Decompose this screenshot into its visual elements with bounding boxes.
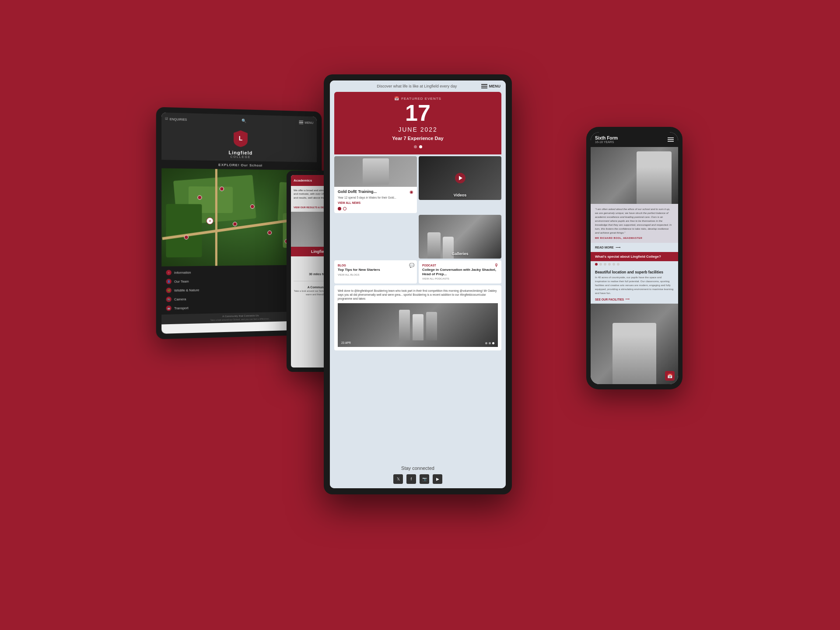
featured-month-year: JUNE 2022 (340, 126, 495, 133)
social-dots (485, 342, 494, 344)
pdot-4[interactable] (608, 263, 611, 266)
leaf-icon: 🌿 (166, 288, 172, 293)
social-date: 23 APR (341, 341, 351, 344)
pdot-5[interactable] (612, 263, 615, 266)
map-pin-active[interactable] (206, 217, 214, 224)
map-pin-5[interactable] (184, 235, 189, 239)
pdot-1-active[interactable] (595, 263, 598, 266)
blog-card[interactable]: BLOG Top Tips for New Starters VIEW ALL … (334, 260, 417, 284)
facilities-section: Beautiful location and superb facilities… (591, 267, 678, 304)
map-pin-1[interactable] (197, 195, 202, 200)
social-post-image: 23 APR (338, 303, 498, 347)
stay-connected-section: Stay connected 𝕏 f 📷 ▶ (330, 461, 506, 488)
enquiries-link[interactable]: ☑ ENQUIRIES (165, 117, 187, 121)
dot-1[interactable] (414, 145, 417, 148)
menu-button[interactable]: MENU (299, 120, 313, 124)
sdot-2[interactable] (489, 342, 491, 344)
instagram-social-icon[interactable]: 📷 (420, 474, 429, 484)
cards-grid: Gold DofE Training... ◉ Year 12 spend 5 … (334, 156, 501, 259)
social-icons-row: 𝕏 f 📷 ▶ (334, 474, 501, 484)
search-icon[interactable]: 🔍 (242, 119, 246, 123)
map-pin-2[interactable] (220, 187, 224, 191)
checkbox-icon: ☑ (165, 117, 168, 121)
carousel-dots (591, 261, 678, 267)
rss-icon: ◉ (410, 189, 413, 194)
gold-doe-image (334, 156, 417, 187)
see-facilities-link[interactable]: SEE OUR FACILITIES ⟶ (595, 298, 674, 301)
scene: ☑ ENQUIRIES 🔍 MENU L (158, 74, 682, 556)
pdot-6[interactable] (617, 263, 620, 266)
social-post-section: Well done to @lingfieldsport Bouldering … (334, 285, 501, 350)
facebook-social-icon[interactable]: f (406, 474, 416, 484)
calendar-icon: 📅 (394, 96, 399, 101)
read-more-link[interactable]: READ MORE (595, 246, 614, 249)
featured-events-section: 📅 FEATURED EVENTS 17 JUNE 2022 Year 7 Ex… (334, 92, 501, 154)
lingfield-logo: L (234, 130, 248, 147)
main-menu-button[interactable]: MENU (481, 84, 501, 88)
videos-label: Videos (419, 193, 501, 197)
blog-podcast-section: BLOG Top Tips for New Starters VIEW ALL … (334, 260, 501, 284)
map-pin-4[interactable] (233, 222, 237, 226)
pdot-2[interactable] (599, 263, 602, 266)
read-more-section: READ MORE ⟶ (591, 243, 678, 252)
arrow-right-icon: ⟶ (616, 245, 620, 249)
featured-dots (340, 145, 495, 148)
chat-icon: 💬 (409, 263, 414, 268)
svg-text:L: L (239, 135, 243, 142)
play-button[interactable] (455, 173, 466, 183)
phone-screen: Sixth Form 16-18 YEARS "I am often asked… (591, 132, 678, 384)
podcast-card[interactable]: PODCAST College in Conversation with Jac… (419, 260, 501, 284)
galleries-card[interactable]: Galleries (419, 215, 501, 259)
transport-icon: 🚌 (166, 305, 172, 311)
view-all-news-link[interactable]: VIEW ALL NEWS (334, 201, 417, 207)
hamburger-icon (299, 120, 304, 124)
what-special-section: What's special about Lingfield College? (591, 252, 678, 261)
arrow-right-facilities-icon: ⟶ (625, 298, 630, 301)
news-dots (334, 207, 417, 213)
headmaster-quote: "I am often asked about the ethos of our… (591, 204, 678, 243)
tablet-main-screen: Discover what life is like at Lingfield … (330, 80, 506, 488)
team-icon: 👤 (166, 279, 172, 284)
sdot-1[interactable] (485, 342, 487, 344)
tablet-main: Discover what life is like at Lingfield … (324, 74, 512, 494)
pdot-3[interactable] (604, 263, 606, 266)
discover-text: Discover what life is like at Lingfield … (353, 84, 481, 88)
phone-menu-icon[interactable] (668, 137, 674, 142)
stay-connected-title: Stay connected (334, 466, 501, 471)
fab-calendar[interactable]: 📅 (665, 371, 675, 381)
galleries-label: Galleries (419, 252, 501, 256)
play-icon (459, 176, 462, 180)
phone-bottom-image: 📅 (591, 304, 678, 384)
twitter-social-icon[interactable]: 𝕏 (393, 474, 403, 484)
logo-area: L Lingfield COLLEGE (161, 125, 317, 162)
youtube-social-icon[interactable]: ▶ (433, 474, 442, 484)
phone-right: Sixth Form 16-18 YEARS "I am often asked… (586, 127, 682, 389)
hamburger-icon (481, 84, 487, 88)
gold-doe-card[interactable]: Gold DofE Training... ◉ Year 12 spend 5 … (334, 156, 417, 213)
featured-event-name: Year 7 Experience Day (340, 136, 495, 141)
phone-header: Sixth Form 16-18 YEARS (591, 132, 678, 147)
camera-icon: 📷 (166, 297, 172, 302)
info-icon: i (166, 270, 172, 275)
sixth-form-hero (591, 147, 678, 204)
featured-date: 17 (340, 102, 495, 124)
main-top-bar: Discover what life is like at Lingfield … (330, 80, 506, 92)
videos-card[interactable]: Videos (419, 156, 501, 200)
sdot-3-active[interactable] (492, 342, 494, 344)
podcast-icon: 🎙 (494, 263, 499, 268)
map-pin-3[interactable] (250, 204, 255, 209)
map-pin-6[interactable] (267, 231, 272, 235)
dot-2-active[interactable] (419, 145, 422, 148)
